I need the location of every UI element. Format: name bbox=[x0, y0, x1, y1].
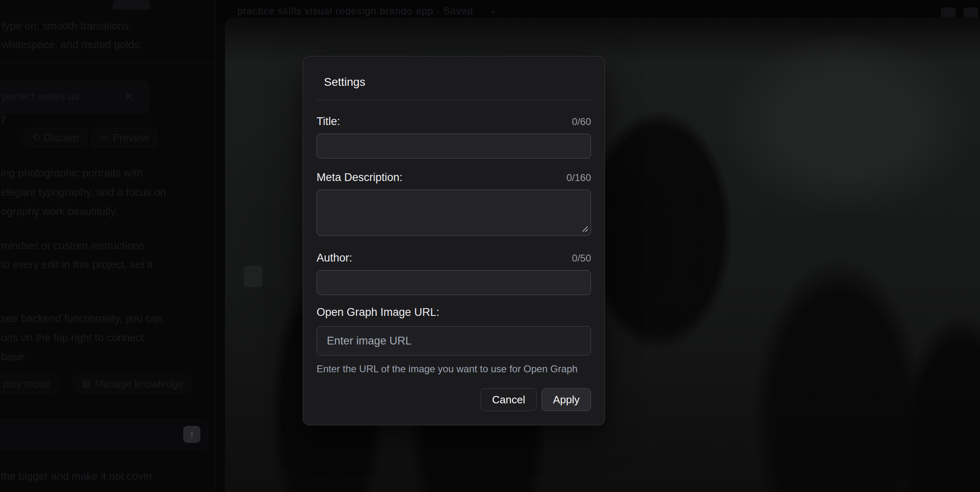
close-icon[interactable]: ✕ bbox=[124, 90, 133, 103]
selected-element-chip[interactable]: perfect works as ✕ bbox=[0, 81, 149, 114]
meta-description-label: Meta Description: bbox=[317, 171, 402, 184]
og-image-helper-text: Enter the URL of the image you want to u… bbox=[317, 363, 591, 375]
manage-knowledge-label: Manage knowledge bbox=[95, 378, 184, 390]
manage-knowledge-button[interactable]: ▦ Manage knowledge bbox=[74, 374, 191, 394]
author-counter: 0/50 bbox=[572, 252, 591, 264]
meta-description-textarea[interactable] bbox=[317, 190, 591, 236]
chat-text-line: to every edit in this project, set it bbox=[1, 258, 153, 271]
sidebar-divider bbox=[216, 0, 216, 492]
discard-icon: ⟲ bbox=[31, 132, 40, 143]
title-input[interactable] bbox=[317, 134, 591, 159]
preview-button[interactable]: ▭ Preview bbox=[92, 128, 157, 148]
preview-label: Preview bbox=[113, 132, 149, 144]
author-input[interactable] bbox=[317, 270, 591, 295]
grid-icon: ▦ bbox=[81, 378, 91, 389]
app-root: practice skills visual redesign brando a… bbox=[0, 0, 980, 492]
resize-handle-icon[interactable] bbox=[581, 225, 589, 233]
chip-label: perfect works as bbox=[2, 90, 79, 103]
chevron-down-icon[interactable]: ⌄ bbox=[489, 4, 497, 16]
discard-label: Discard bbox=[44, 132, 79, 144]
apply-button[interactable]: Apply bbox=[542, 388, 591, 411]
knowledge-button-label: ploy mode bbox=[3, 378, 50, 390]
og-image-url-input[interactable] bbox=[317, 326, 591, 356]
chat-text-line: base. bbox=[1, 351, 27, 363]
project-title[interactable]: practice skills visual redesign brando a… bbox=[237, 5, 473, 17]
settings-dialog: Settings Title: 0/60 Meta Description: 0… bbox=[303, 56, 605, 425]
chat-sidebar: type on, smooth transitions, whitespace,… bbox=[0, 0, 216, 492]
og-image-url-label: Open Graph Image URL: bbox=[317, 306, 439, 319]
meta-description-counter: 0/160 bbox=[566, 172, 591, 184]
cancel-button[interactable]: Cancel bbox=[481, 388, 537, 411]
author-label: Author: bbox=[317, 251, 352, 264]
knowledge-button[interactable]: ▤ ploy mode bbox=[0, 374, 58, 394]
chat-text-line: ing photographic portraits with bbox=[1, 167, 143, 179]
chat-input[interactable] bbox=[0, 420, 207, 450]
send-icon[interactable]: ↑ bbox=[183, 426, 200, 443]
chat-text-line: whitespace, and muted golds. bbox=[2, 38, 142, 51]
title-label: Title: bbox=[317, 115, 340, 128]
chat-text-line: elegant typography, and a focus on bbox=[1, 186, 166, 199]
preview-element bbox=[244, 266, 263, 287]
chat-text-fragment: y bbox=[1, 111, 6, 124]
chat-text-line: mindset or custom instructions bbox=[1, 239, 144, 252]
chat-text-line: the bigger and make it not cover bbox=[1, 470, 153, 483]
chat-text-line: see backend functionality, you can bbox=[1, 312, 163, 325]
chat-text-line: ons on the top right to connect bbox=[1, 331, 144, 344]
discard-button[interactable]: ⟲ Discard bbox=[24, 128, 86, 148]
chat-text-line: type on, smooth transitions, bbox=[2, 20, 132, 32]
preview-icon: ▭ bbox=[99, 132, 109, 143]
chat-text-line: ography work beautifully. bbox=[1, 205, 118, 218]
title-counter: 0/60 bbox=[572, 116, 591, 128]
sidebar-tab[interactable] bbox=[112, 0, 150, 9]
divider bbox=[317, 100, 591, 100]
dialog-title: Settings bbox=[324, 75, 584, 89]
